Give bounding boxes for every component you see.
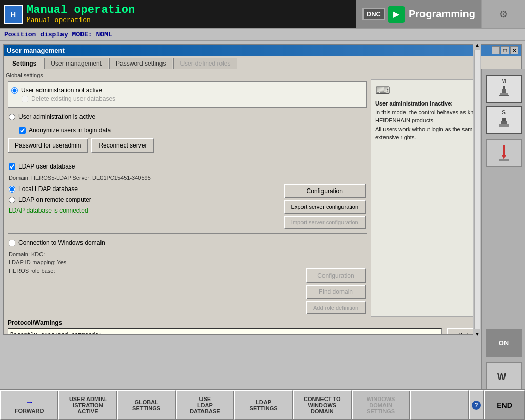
ldap-id-mapping: LDAP ID-mapping: Yes [6, 258, 369, 266]
app-subtitle: Manual operation [27, 16, 135, 24]
s-label: S [502, 110, 506, 115]
global-settings-button[interactable]: GLOBALSETTINGS [117, 390, 176, 420]
dialog-title: User management [7, 47, 65, 54]
tool-icon [495, 144, 513, 162]
radio-active-label: User administration is active [18, 113, 95, 120]
scroll-up[interactable]: ▲ [474, 41, 481, 49]
checkbox-delete-input[interactable] [22, 96, 28, 102]
export-config-button[interactable]: Export server configuration [284, 200, 366, 214]
svg-rect-9 [499, 159, 509, 161]
user-admin-active-button[interactable]: USER ADMIN-ISTRATIONACTIVE [58, 390, 117, 420]
user-admin-box: User administration not active Delete ex… [8, 81, 367, 108]
end-button[interactable]: END [484, 390, 525, 420]
scroll-track [474, 50, 480, 329]
radio-user-admin-not-active[interactable]: User administration not active [11, 87, 363, 94]
radio-active-input[interactable] [9, 114, 15, 120]
connect-windows-label: CONNECT TOWINDOWSDOMAIN [304, 396, 341, 414]
app-title-block: Manual operation Manual operation [27, 4, 135, 24]
toolbar-w-button[interactable]: W [486, 362, 522, 390]
svg-rect-7 [503, 145, 505, 155]
protocol-log: Recently executed commands: Check if pas… [8, 328, 442, 334]
user-management-dialog: User management _ □ ✕ Settings User mana… [3, 44, 522, 335]
svg-rect-1 [502, 89, 506, 93]
checkbox-anonymize-input[interactable] [19, 127, 26, 134]
w-icon: W [495, 369, 513, 383]
check-windows-domain[interactable]: Connection to Windows domain [9, 239, 366, 246]
settings-icon: ⚙ [499, 9, 508, 20]
bottom-toolbar: → FORWARD USER ADMIN-ISTRATIONACTIVE GLO… [0, 389, 525, 420]
global-settings-label: Global settings [6, 71, 519, 79]
radio-not-active-label: User administration not active [21, 87, 102, 94]
svg-rect-2 [503, 86, 505, 89]
tab-settings[interactable]: Settings [6, 58, 43, 69]
forward-arrow: → [25, 397, 34, 408]
radio-ldap-remote[interactable]: LDAP on remote computer [6, 195, 281, 204]
toolbar-tool-button[interactable] [486, 139, 522, 167]
left-panel: User administration not active Delete ex… [6, 79, 369, 317]
radio-ldap-remote-input[interactable] [9, 197, 15, 203]
windows-domain-label: WINDOWSDOMAINSETTINGS [367, 396, 395, 414]
checkbox-windows-label: Connection to Windows domain [18, 239, 105, 246]
right-toolbar: M S [481, 69, 525, 420]
add-role-button[interactable]: Add role definition [306, 301, 366, 314]
checkbox-ldap-input[interactable] [9, 163, 15, 170]
milling-icon [495, 84, 513, 98]
tab-password-settings[interactable]: Password settings [109, 58, 172, 69]
prog-title: Programming [409, 8, 475, 20]
ldap-radio-area: Local LDAP database LDAP on remote compu… [6, 183, 281, 215]
configuration-button[interactable]: Configuration [284, 184, 366, 198]
right-panel-title: User administration inactive: [375, 100, 453, 107]
forward-button[interactable]: → FORWARD [0, 390, 58, 420]
checkbox-delete-label: Delete existing user databases [31, 95, 115, 102]
user-admin-label: USER ADMIN-ISTRATIONACTIVE [69, 396, 107, 414]
radio-local-ldap-input[interactable] [9, 186, 15, 193]
use-ldap-button[interactable]: USELDAPDATABASE [176, 390, 234, 420]
checkbox-windows-input[interactable] [9, 240, 15, 246]
btn-row-useradmin: Password for useradmin Reconnect server [6, 136, 369, 155]
checkbox-anonymize-label: Anonymize users in login data [29, 127, 111, 134]
toolbar-on1-button[interactable]: ON [486, 329, 522, 357]
ldap-connected-status: LDAP database is connected [6, 206, 281, 215]
ldap-section: LDAP user database [6, 159, 369, 174]
app-title: Manual operation [27, 4, 135, 16]
svg-rect-4 [499, 124, 509, 127]
separator1 [8, 157, 367, 157]
configuration-button2[interactable]: Configuration [306, 268, 366, 283]
dialog-title-buttons[interactable]: _ □ ✕ [492, 46, 518, 54]
connect-windows-button[interactable]: CONNECT TOWINDOWSDOMAIN [293, 390, 351, 420]
top-right: DNC ▶ Programming [356, 0, 481, 28]
radio-user-admin-active[interactable]: User administration is active [6, 111, 369, 122]
tab-user-defined-roles: User-defined roles [173, 58, 237, 69]
spindle-icon [495, 115, 513, 130]
svg-text:W: W [497, 372, 506, 382]
dialog-body: Global settings User administration not … [4, 69, 521, 334]
ldap-settings-label: LDAPSETTINGS [250, 399, 278, 411]
end-label: END [497, 401, 512, 409]
password-useradmin-button[interactable]: Password for useradmin [8, 138, 88, 153]
windows-domain-settings-button[interactable]: WINDOWSDOMAINSETTINGS [352, 390, 410, 420]
position-bar: Position display MODE: NOML [0, 28, 525, 41]
radio-not-active-input[interactable] [11, 87, 18, 94]
svg-marker-8 [502, 155, 506, 159]
check-anonymize[interactable]: Anonymize users in login data [16, 125, 369, 135]
close-button[interactable]: ✕ [510, 46, 518, 54]
check-delete-existing[interactable]: Delete existing user databases [22, 95, 363, 102]
m-label: M [501, 78, 506, 84]
tab-user-management[interactable]: User management [44, 58, 108, 69]
find-domain-button[interactable]: Find domain [306, 285, 366, 299]
tab-bar: Settings User management Password settin… [4, 56, 521, 69]
on1-label: ON [499, 339, 509, 347]
ldap-settings-button[interactable]: LDAPSETTINGS [234, 390, 293, 420]
help-button[interactable]: ? [469, 390, 484, 420]
settings-section: User administration not active Delete ex… [6, 79, 519, 317]
import-config-button[interactable]: Import server configuration [284, 216, 366, 229]
maximize-button[interactable]: □ [501, 46, 509, 54]
reconnect-server-button[interactable]: Reconnect server [91, 138, 154, 153]
toolbar-m-button[interactable]: M [486, 75, 522, 103]
toolbar-s-button[interactable]: S [486, 106, 522, 134]
ldap-buttons: Configuration Export server configuratio… [281, 183, 369, 230]
radio-local-ldap[interactable]: Local LDAP database [6, 184, 281, 194]
check-ldap-user-db[interactable]: LDAP user database [9, 163, 366, 170]
scroll-down[interactable]: ▼ [474, 330, 481, 338]
minimize-button[interactable]: _ [492, 46, 500, 54]
